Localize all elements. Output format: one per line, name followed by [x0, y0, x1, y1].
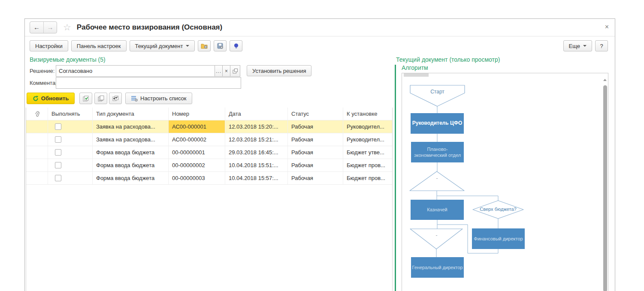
algorithm-group-bar: [395, 65, 396, 291]
algorithm-canvas: Старт Руководитель ЦФО Планово-экономиче…: [402, 73, 608, 291]
titlebar: ← → ☆ Рабочее место визирования (Основна…: [25, 19, 615, 36]
decision-clear-button[interactable]: ×: [222, 65, 230, 77]
table-row[interactable]: Форма ввода бюджета 00-00000002 10.04.20…: [26, 159, 392, 172]
favorite-star-icon[interactable]: ☆: [63, 23, 71, 32]
close-icon[interactable]: ×: [605, 23, 609, 31]
help-label: ?: [600, 43, 603, 49]
execute-checkbox[interactable]: [55, 123, 61, 130]
refresh-icon: [33, 96, 39, 102]
clear-all-flags-button[interactable]: [94, 93, 107, 104]
flow-step-fin-director: Финансовый директор: [472, 228, 525, 249]
doc-type-column-header[interactable]: Тип документа: [93, 108, 169, 120]
status-column-header[interactable]: Статус: [288, 108, 343, 120]
number-cell: 00-00000001: [169, 146, 225, 159]
configure-list-label: Настроить список: [140, 95, 187, 102]
number-column-header[interactable]: Номер: [169, 108, 225, 120]
flow-merge-label: -: [409, 175, 465, 181]
list-toolbar: Обновить: [25, 93, 393, 104]
decision-input[interactable]: [56, 65, 215, 77]
status-cell: Рабочая: [288, 159, 343, 171]
flow-merge-label: -: [410, 232, 463, 238]
date-column-header[interactable]: Дата: [225, 108, 288, 120]
help-button[interactable]: ?: [595, 40, 608, 51]
flow-step-treasurer: Казначей: [411, 200, 464, 220]
configure-list-button[interactable]: Настроить список: [125, 93, 192, 104]
flow-step-planning-dept: Планово-экономический отдел: [411, 142, 464, 162]
table-row[interactable]: Форма ввода бюджета 00-00000003 10.04.20…: [26, 172, 392, 185]
comment-input[interactable]: [56, 77, 241, 89]
doc-type-cell: Форма ввода бюджета: [93, 172, 169, 184]
save-settings-button[interactable]: [214, 40, 227, 51]
number-cell: АС00-000002: [169, 133, 225, 146]
settings-panel-label: Панель настроек: [77, 43, 121, 49]
attachment-cell: [26, 146, 48, 159]
execute-column-header[interactable]: Выполнять: [48, 108, 93, 120]
to-set-cell: Бюджет пров...: [343, 172, 392, 184]
load-settings-button[interactable]: [198, 40, 211, 51]
invert-flags-button[interactable]: [109, 93, 122, 104]
number-cell: 00-00000003: [169, 172, 225, 184]
set-all-flags-button[interactable]: [79, 93, 92, 104]
execute-cell: [48, 159, 93, 171]
status-cell: Рабочая: [288, 120, 343, 133]
decision-choose-button[interactable]: ...: [215, 65, 223, 77]
documents-panel-title: Визируемые документы (5): [30, 56, 106, 63]
flow-step-general-director: Генеральный директор: [411, 257, 464, 278]
table-row[interactable]: Заявка на расходова... АС00-000001 12.03…: [26, 120, 392, 133]
decision-label: Решение:: [30, 65, 54, 77]
table-row[interactable]: Форма ввода бюджета 00-00000001 29.03.20…: [26, 146, 392, 159]
attachment-column-header[interactable]: [26, 108, 48, 120]
documents-table: Выполнять Тип документа Номер Дата Стату…: [26, 108, 393, 291]
settings-label: Настройки: [35, 43, 63, 49]
doc-type-cell: Форма ввода бюджета: [93, 146, 169, 159]
table-header-row: Выполнять Тип документа Номер Дата Стату…: [26, 108, 392, 120]
date-cell: 12.03.2018 15:20:...: [225, 120, 288, 133]
number-cell: АС00-000001: [169, 120, 225, 133]
scroll-up-icon[interactable]: [603, 79, 607, 81]
date-cell: 10.04.2018 15:57:...: [225, 172, 288, 184]
lightbulb-icon: [233, 43, 239, 49]
main-toolbar: Настройки Панель настроек Текущий докуме…: [25, 39, 615, 53]
date-cell: 12.03.2018 15:21:...: [225, 133, 288, 146]
history-nav: ← →: [30, 21, 57, 33]
forward-button[interactable]: →: [43, 22, 57, 33]
date-cell: 10.04.2018 15:51:...: [225, 159, 288, 171]
execute-cell: [48, 172, 93, 184]
to-set-cell: Бюджет пров...: [343, 159, 392, 171]
execute-checkbox[interactable]: [55, 175, 61, 181]
settings-panel-button[interactable]: Панель настроек: [71, 40, 127, 51]
scrollbar-thumb[interactable]: [603, 85, 607, 291]
set-decisions-button[interactable]: Установить решения: [247, 65, 311, 76]
doc-type-cell: Форма ввода бюджета: [93, 159, 169, 171]
number-cell: 00-00000002: [169, 159, 225, 171]
table-row[interactable]: Заявка на расходова... АС00-000002 12.03…: [26, 133, 392, 146]
hint-button[interactable]: [230, 40, 242, 51]
to-set-column-header[interactable]: К установке: [343, 108, 392, 120]
flow-condition-label: Сверх бюджета?: [472, 207, 524, 212]
set-all-flags-icon: [83, 96, 89, 102]
attachment-cell: [26, 133, 48, 146]
more-button[interactable]: Еще: [563, 40, 592, 51]
current-document-menu-button[interactable]: Текущий документ: [130, 40, 195, 51]
settings-button[interactable]: Настройки: [30, 40, 68, 51]
to-set-cell: Бюджет утве...: [343, 146, 392, 159]
chevron-down-icon: [186, 45, 189, 47]
current-document-title: Текущий документ (только просмотр): [396, 56, 500, 63]
execute-checkbox[interactable]: [55, 136, 61, 143]
attachment-cell: [26, 120, 48, 133]
attachment-cell: [26, 172, 48, 184]
execute-checkbox[interactable]: [55, 162, 61, 168]
execute-checkbox[interactable]: [55, 149, 61, 156]
open-form-icon: [233, 69, 238, 74]
date-cell: 29.03.2018 16:45:...: [225, 146, 288, 159]
doc-type-cell: Заявка на расходова...: [93, 133, 169, 146]
flow-step-cfo-head: Руководитель ЦФО: [411, 113, 464, 134]
back-button[interactable]: ←: [30, 22, 43, 33]
documents-panel: Визируемые документы (5) Решение: ... × …: [25, 55, 393, 291]
refresh-button[interactable]: Обновить: [27, 93, 75, 104]
execute-cell: [48, 120, 93, 133]
execute-cell: [48, 146, 93, 159]
attachment-cell: [26, 159, 48, 171]
decision-open-button[interactable]: [230, 65, 240, 77]
more-label: Еще: [569, 43, 580, 49]
